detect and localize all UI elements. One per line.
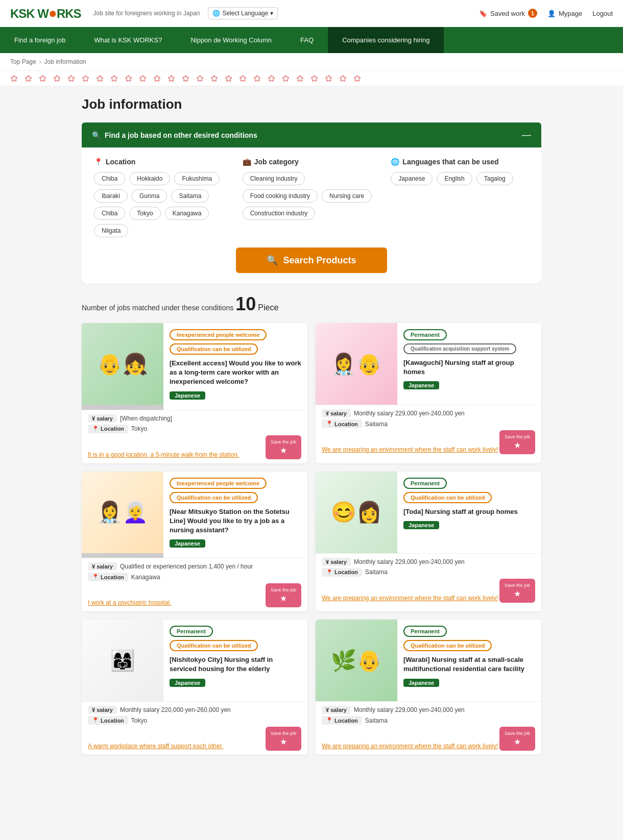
lang-tag-japanese[interactable]: Japanese xyxy=(391,172,433,185)
job-card-4-top: 😊👩 Permanent Qualification can be utiliz… xyxy=(316,472,541,553)
location-tag-kanagawa[interactable]: Kanagawa xyxy=(165,207,209,220)
nav-faq[interactable]: FAQ xyxy=(286,27,328,53)
save-job-button-6[interactable]: Save the job ★ xyxy=(499,727,535,751)
nav-companies[interactable]: Companies considering hiring xyxy=(328,27,444,53)
location-label-6: 📍 Location xyxy=(322,716,362,725)
location-tag-hokkaido[interactable]: Hokkaido xyxy=(129,172,170,185)
nav-column[interactable]: Nippon de Working Column xyxy=(176,27,286,53)
save-job-button-5[interactable]: Save the job ★ xyxy=(266,727,301,751)
search-panel-toggle[interactable]: — xyxy=(522,130,531,140)
loc-icon-2: 📍 xyxy=(326,421,333,427)
language-selector[interactable]: 🌐 Select Language ▾ xyxy=(208,7,278,19)
category-tag-nursing[interactable]: Nursing care xyxy=(322,189,372,203)
decorative-banner: ✿ ✿ ✿ ✿ ✿ ✿ ✿ ✿ ✿ ✿ ✿ ✿ ✿ ✿ ✿ ✿ ✿ ✿ ✿ ✿ … xyxy=(0,71,623,86)
job-card-4-lang: Japanese xyxy=(403,521,439,529)
job-card-2-bottom: ¥ salary Monthly salary 229,000 yen-240,… xyxy=(316,405,541,458)
search-products-button[interactable]: 🔍 Search Products xyxy=(236,248,387,273)
location-label-5: 📍 Location xyxy=(88,716,128,725)
job-card-4-salary: ¥ salary Monthly salary 229,000 yen-240,… xyxy=(322,558,535,566)
location-tag-chiba1[interactable]: Chiba xyxy=(94,172,125,185)
job-tag-permanent-2[interactable]: Permanent xyxy=(403,329,447,340)
salary-value-5: Monthly salary 220,000 yen-260,000 yen xyxy=(120,706,231,713)
filter-location: 📍 Location Chiba Hokkaido Fukushima Ibar… xyxy=(94,158,232,237)
job-card-5: 👩‍👩‍👧 Permanent Qualification can be uti… xyxy=(82,620,307,755)
location-tag-ibaraki[interactable]: Ibaraki xyxy=(94,189,128,203)
yen-icon-4: ¥ xyxy=(326,559,329,565)
job-card-6-lang: Japanese xyxy=(403,679,439,687)
job-card-3-salary: ¥ salary Qualified or experienced person… xyxy=(88,562,301,571)
job-card-5-location: 📍 Location Tokyo xyxy=(88,716,301,725)
job-tag-qualification-5[interactable]: Qualification can be utilized xyxy=(170,640,258,651)
results-number: 10 xyxy=(235,293,256,315)
job-card-1-tags: Inexperienced people welcome Qualificati… xyxy=(170,329,301,355)
site-logo[interactable]: KSK W●RKS xyxy=(10,5,81,21)
job-card-4-location: 📍 Location Saitama xyxy=(322,568,535,577)
save-job-button-2[interactable]: Save the job ★ xyxy=(499,430,535,454)
job-card-1-img-placeholder: 👴👧 xyxy=(82,323,163,405)
job-card-3-tags: Inexperienced people welcome Qualificati… xyxy=(170,478,301,503)
location-tag-gunma[interactable]: Gunma xyxy=(132,189,167,203)
job-card-6-summary[interactable]: We are preparing an environment where th… xyxy=(322,742,498,751)
location-tag-tokyo[interactable]: Tokyo xyxy=(129,207,160,220)
category-tag-cleaning[interactable]: Cleaning industry xyxy=(243,172,305,185)
save-job-label-3: Save the job xyxy=(271,587,296,592)
filter-job-category: 💼 Job category Cleaning industry Food co… xyxy=(243,158,381,237)
job-tag-permanent-6[interactable]: Permanent xyxy=(403,626,447,637)
lang-tag-tagalog[interactable]: Tagalog xyxy=(476,172,513,185)
job-card-5-salary: ¥ salary Monthly salary 220,000 yen-260,… xyxy=(88,706,301,714)
save-job-button-1[interactable]: Save the job ★ xyxy=(266,435,301,459)
job-tag-permanent-4[interactable]: Permanent xyxy=(403,478,447,489)
job-card-3-img-placeholder: 👩‍⚕️👩‍🦳 xyxy=(82,472,163,553)
breadcrumb-home[interactable]: Top Page xyxy=(10,58,36,65)
nav-what-is[interactable]: What is KSK WORKS? xyxy=(80,27,176,53)
nav-find-job[interactable]: Find a foreign job xyxy=(0,27,80,53)
save-job-button-3[interactable]: Save the job ★ xyxy=(266,583,301,607)
job-card-2-location: 📍 Location Saitama xyxy=(322,419,535,428)
category-tag-construction[interactable]: Construction industry xyxy=(243,207,316,220)
job-card-1-salary: ¥ salary [When dispatching] xyxy=(88,414,301,423)
job-card-4-summary[interactable]: We are preparing an environment where th… xyxy=(322,594,498,603)
job-card-5-summary[interactable]: A warm workplace where staff support eac… xyxy=(88,742,223,751)
job-card-1-location: 📍 Location Tokyo xyxy=(88,425,301,433)
saved-work-button[interactable]: 🔖 Saved work 1 xyxy=(479,9,537,18)
lang-tag-english[interactable]: English xyxy=(437,172,472,185)
save-job-button-4[interactable]: Save the job ★ xyxy=(499,579,535,603)
location-label-1: 📍 Location xyxy=(88,425,128,433)
header-right: 🔖 Saved work 1 👤 Mypage Logout xyxy=(479,9,613,18)
category-tag-food[interactable]: Food cooking industry xyxy=(243,189,318,203)
job-card-6-top: 🌿👴 Permanent Qualification can be utiliz… xyxy=(316,620,541,701)
lang-label: Select Language xyxy=(222,10,268,17)
briefcase-icon: 💼 xyxy=(243,158,251,166)
salary-value-6: Monthly salary 229,000 yen-240,000 yen xyxy=(354,706,465,713)
breadcrumb-separator: › xyxy=(39,58,41,65)
location-tag-niigata[interactable]: Niigata xyxy=(94,224,128,237)
location-tag-fukushima[interactable]: Fukushima xyxy=(174,172,220,185)
job-card-5-top: 👩‍👩‍👧 Permanent Qualification can be uti… xyxy=(82,620,307,701)
job-card-2-lang: Japanese xyxy=(403,381,439,389)
search-panel-title: 🔍 Find a job based on other desired cond… xyxy=(92,131,257,139)
job-card-3-image: 👩‍⚕️👩‍🦳 xyxy=(82,472,163,558)
logout-button[interactable]: Logout xyxy=(592,10,613,17)
job-card-3-bottom: ¥ salary Qualified or experienced person… xyxy=(82,558,307,611)
mypage-button[interactable]: 👤 Mypage xyxy=(547,10,582,17)
location-tag-saitama[interactable]: Saitama xyxy=(171,189,209,203)
job-card-1-summary[interactable]: It is in a good location, a 5-minute wal… xyxy=(88,451,239,459)
location-tag-chiba2[interactable]: Chiba xyxy=(94,207,125,220)
job-card-3-top: 👩‍⚕️👩‍🦳 Inexperienced people welcome Qua… xyxy=(82,472,307,558)
job-tag-qualification-3[interactable]: Qualification can be utilized xyxy=(170,492,258,503)
job-tag-qualification-4[interactable]: Qualification can be utilized xyxy=(403,492,492,503)
job-tag-qualification-1[interactable]: Qualification can be utilized xyxy=(170,343,258,355)
job-tag-permanent-5[interactable]: Permanent xyxy=(170,626,213,637)
job-card-6-salary: ¥ salary Monthly salary 229,000 yen-240,… xyxy=(322,706,535,714)
job-tag-qualification-6[interactable]: Qualification can be utilized xyxy=(403,640,492,651)
logo-text: KSK W●RKS xyxy=(10,5,81,21)
job-category-tags: Cleaning industry Food cooking industry … xyxy=(243,172,381,220)
job-card-2-summary[interactable]: We are preparing an environment where th… xyxy=(322,446,498,454)
job-card-1-top: 👴👧 Inexperienced people welcome Qualific… xyxy=(82,323,307,410)
job-tag-inexperienced-3[interactable]: Inexperienced people welcome xyxy=(170,478,267,489)
job-tag-inexperienced-1[interactable]: Inexperienced people welcome xyxy=(170,329,267,340)
search-icon-btn: 🔍 xyxy=(267,255,278,266)
job-card-3-summary[interactable]: I work at a psychiatric hospital. xyxy=(88,599,171,607)
search-panel-header[interactable]: 🔍 Find a job based on other desired cond… xyxy=(82,122,541,147)
job-tag-support-2[interactable]: Qualification acquisition support system xyxy=(403,343,516,354)
